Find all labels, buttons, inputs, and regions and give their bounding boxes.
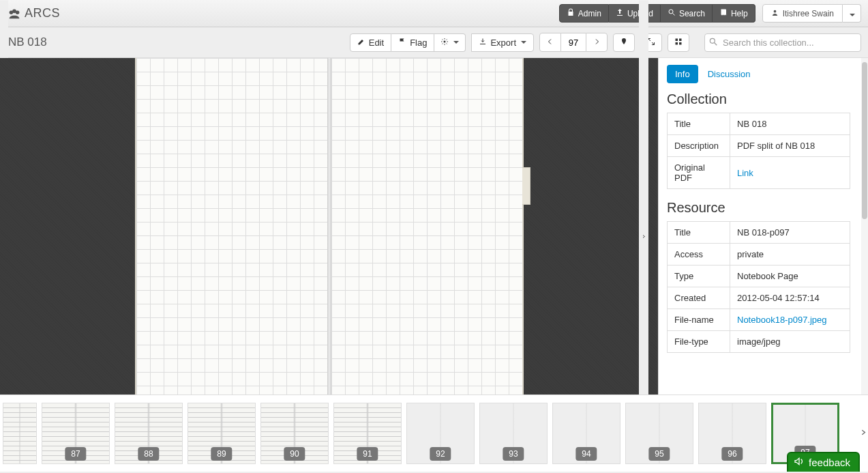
export-button[interactable]: Export [471, 33, 534, 52]
prop-value: NB 018-p097 [730, 222, 850, 244]
thumbnail[interactable]: 95 [625, 403, 693, 464]
next-page-button[interactable] [586, 33, 608, 52]
svg-rect-7 [679, 38, 682, 41]
resource-section: Resource Title NB 018-p097 Access privat… [659, 196, 858, 360]
page-number-input[interactable] [561, 33, 586, 52]
app-name: ARCS [25, 6, 60, 20]
table-row: Created 2012-05-04 12:57:14 [668, 287, 850, 309]
app-header: ARCS Admin Upload Search Help Itishree S… [0, 0, 868, 27]
collection-title: NB 018 [7, 35, 47, 49]
thumbnail-strip: 87 88 89 90 91 92 93 94 95 96 97 [0, 395, 868, 472]
thumbnail[interactable]: 87 [42, 403, 110, 464]
thumbnail[interactable]: 89 [188, 403, 256, 464]
thumbnail[interactable]: 92 [406, 403, 475, 464]
thumb-page-label: 94 [575, 447, 597, 461]
main: Info Discussion Collection Title NB 018 … [0, 58, 868, 395]
download-icon [479, 38, 487, 48]
edit-label: Edit [369, 38, 384, 48]
thumb-page-label: 88 [138, 447, 159, 461]
svg-point-3 [669, 10, 673, 14]
help-button[interactable]: Help [713, 4, 755, 23]
prop-value: 2012-05-04 12:57:14 [730, 287, 850, 309]
grid-icon [674, 38, 683, 48]
marker-button[interactable] [613, 33, 635, 52]
admin-label: Admin [578, 9, 601, 18]
feedback-label: feedback [809, 457, 850, 468]
svg-point-4 [773, 10, 776, 12]
table-row: File-name Notebook18-p097.jpeg [668, 309, 850, 331]
search-button[interactable]: Search [661, 4, 713, 23]
user-dropdown-button[interactable] [843, 4, 861, 23]
table-row: Title NB 018 [668, 113, 850, 135]
grid-button[interactable] [668, 33, 689, 52]
user-menu: Itishree Swain [762, 4, 861, 23]
thumb-page-label: 87 [65, 447, 86, 461]
caret-down-icon [521, 41, 526, 44]
svg-point-10 [710, 38, 715, 43]
prev-page-button[interactable] [539, 33, 561, 52]
sidebar-scrollbar[interactable] [861, 58, 868, 395]
tab-info[interactable]: Info [667, 65, 698, 83]
table-row: Type Notebook Page [668, 266, 850, 287]
prop-label: Title [668, 113, 730, 135]
export-label: Export [490, 38, 516, 48]
edit-button[interactable]: Edit [350, 33, 391, 52]
notebook-left-page [136, 58, 327, 395]
search-label: Search [679, 9, 705, 18]
help-label: Help [731, 9, 748, 18]
resource-table: Title NB 018-p097 Access private Type No… [667, 221, 850, 353]
lock-icon [567, 8, 575, 18]
caret-down-icon [850, 14, 855, 16]
collection-search-wrap [695, 33, 861, 52]
pager-group [539, 33, 608, 52]
collection-search-input[interactable] [704, 33, 861, 52]
thumbnail[interactable]: 94 [552, 403, 620, 464]
collection-heading: Collection [667, 91, 850, 107]
flag-button[interactable]: Flag [391, 33, 434, 52]
thumbnail[interactable]: 93 [479, 403, 548, 464]
collection-table: Title NB 018 Description PDF split of NB… [667, 113, 850, 189]
thumb-page-label: 96 [721, 447, 743, 461]
thumbnail[interactable]: 96 [698, 403, 766, 464]
thumbstrip-next-button[interactable] [860, 428, 867, 440]
book-icon [719, 8, 728, 18]
notebook-tab [522, 167, 530, 205]
thumb-page-label: 95 [648, 447, 670, 461]
thumbnail[interactable]: 90 [260, 403, 329, 464]
flag-icon [398, 38, 406, 48]
svg-point-5 [444, 40, 446, 42]
sidebar-tabs: Info Discussion [659, 58, 858, 87]
prop-label: Original PDF [668, 157, 730, 189]
original-pdf-link[interactable]: Link [730, 157, 850, 189]
sidebar-scrollbar-thumb[interactable] [862, 62, 867, 219]
settings-dropdown-button[interactable] [434, 33, 466, 52]
file-name-link[interactable]: Notebook18-p097.jpeg [730, 309, 850, 331]
export-group: Export [471, 33, 534, 52]
edit-group: Edit Flag [350, 33, 466, 52]
prop-value: NB 018 [730, 113, 850, 135]
prop-value: private [730, 244, 850, 266]
thumb-page-label: 93 [503, 447, 524, 461]
tab-discussion[interactable]: Discussion [700, 65, 759, 83]
thumb-page-label: 92 [430, 447, 451, 461]
search-icon [695, 37, 704, 48]
arrow-right-icon [593, 38, 601, 48]
feedback-tab[interactable]: feedback [787, 452, 860, 472]
thumbnail[interactable]: 88 [115, 403, 183, 464]
thumb-page-label: 89 [211, 447, 232, 461]
thumbnail[interactable] [3, 403, 37, 464]
logo[interactable]: ARCS [7, 6, 60, 21]
admin-button[interactable]: Admin [559, 4, 609, 23]
flag-label: Flag [410, 38, 427, 48]
search-icon [668, 8, 676, 18]
arrow-left-icon [546, 38, 554, 48]
prop-label: File-name [668, 309, 730, 331]
upload-button[interactable]: Upload [609, 4, 661, 23]
user-button[interactable]: Itishree Swain [762, 4, 843, 23]
prop-label: Description [668, 135, 730, 157]
caret-down-icon [453, 41, 459, 44]
image-viewer[interactable] [0, 58, 658, 395]
thumbnail[interactable]: 91 [333, 403, 402, 464]
table-row: Title NB 018-p097 [668, 222, 850, 244]
notebook-spread [135, 58, 524, 395]
